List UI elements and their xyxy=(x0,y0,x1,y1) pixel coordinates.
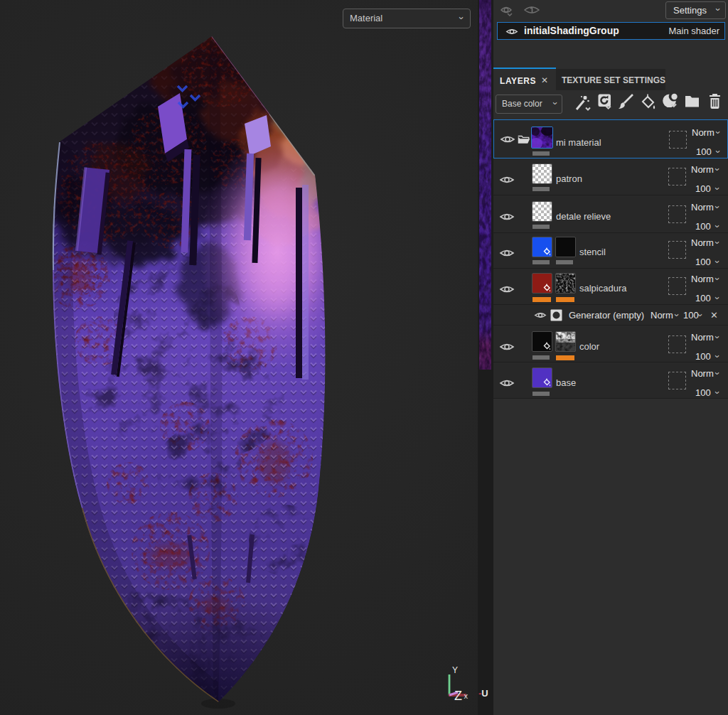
svg-text:x: x xyxy=(464,692,469,700)
svg-text:Y: Y xyxy=(452,665,458,675)
svg-text:Z: Z xyxy=(454,689,462,703)
